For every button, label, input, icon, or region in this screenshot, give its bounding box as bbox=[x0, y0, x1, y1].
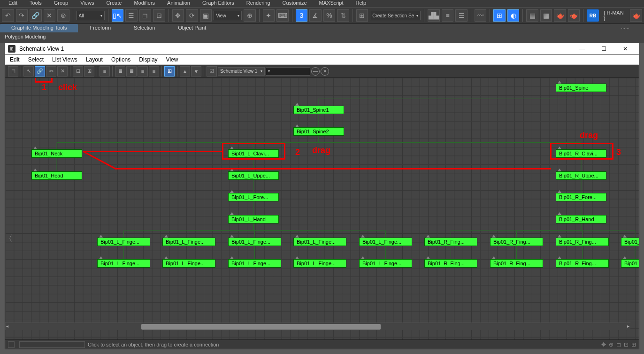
align-bottom-button[interactable]: ≡ bbox=[149, 66, 159, 77]
sv-view-combo[interactable]: Schematic View 1 bbox=[218, 67, 265, 76]
arrange-selected-button[interactable]: ⊞ bbox=[84, 66, 94, 77]
layers-button[interactable]: ☰ bbox=[455, 9, 468, 22]
minimize-button[interactable]: — bbox=[571, 44, 593, 54]
node-lf4a[interactable]: Bip01_L_Finge... bbox=[359, 238, 412, 246]
sv-bookmark-combo[interactable] bbox=[266, 67, 310, 76]
menu-graph editors[interactable]: Graph Editors bbox=[202, 0, 234, 6]
sv-menu-display[interactable]: Display bbox=[139, 56, 157, 63]
align-top-button[interactable]: ≡ bbox=[138, 66, 148, 77]
select-name-button[interactable]: ☰ bbox=[125, 9, 138, 22]
status-name-field[interactable] bbox=[19, 341, 85, 348]
zoom-sel-icon[interactable]: ⊞ bbox=[631, 341, 636, 348]
render-frame-button[interactable]: ▦ bbox=[540, 9, 552, 22]
node-rf3b[interactable]: Bip01_R bbox=[621, 259, 639, 268]
sv-menu-select[interactable]: Select bbox=[28, 56, 44, 63]
ribbon-expand-icon[interactable]: 〰 bbox=[610, 24, 640, 32]
scroll-right-icon[interactable]: ▸ bbox=[627, 323, 629, 329]
arrange-children-button[interactable]: ⊟ bbox=[73, 66, 83, 77]
bookmark-add-button[interactable]: — bbox=[311, 67, 320, 76]
freeform-button[interactable]: ≡ bbox=[100, 66, 110, 77]
zoom-extents-icon[interactable]: ⊡ bbox=[624, 341, 629, 348]
node-lhand[interactable]: Bip01_L_Hand bbox=[228, 215, 279, 223]
node-rhand[interactable]: Bip01_R_Hand bbox=[556, 215, 606, 223]
select-tool-button[interactable]: ↖ bbox=[23, 66, 34, 77]
link-icon[interactable]: 🔗 bbox=[30, 9, 42, 22]
menu-tools[interactable]: Tools bbox=[30, 0, 42, 6]
select-object-button[interactable]: ▯↖ bbox=[112, 9, 124, 22]
rb-badge[interactable]: RB bbox=[587, 9, 598, 22]
sv-menu-layout[interactable]: Layout bbox=[86, 56, 103, 63]
undo-icon[interactable]: ↶ bbox=[2, 9, 14, 22]
align-button[interactable]: ≡ bbox=[442, 9, 454, 22]
curve-editor-button[interactable]: 〰 bbox=[475, 9, 487, 22]
menu-views[interactable]: Views bbox=[80, 0, 94, 6]
scrollbar-thumb[interactable] bbox=[141, 324, 381, 330]
zoom-icon[interactable]: ⊕ bbox=[609, 341, 613, 348]
menu-rendering[interactable]: Rendering bbox=[246, 0, 270, 6]
prefs-button[interactable]: ☑ bbox=[207, 66, 217, 77]
node-rf1a[interactable]: Bip01_R_Fing... bbox=[490, 238, 543, 246]
sv-menu-view[interactable]: View bbox=[166, 56, 178, 63]
window-crossing-button[interactable]: ⊡ bbox=[153, 9, 165, 22]
node-lf2a[interactable]: Bip01_L_Finge... bbox=[228, 238, 281, 246]
node-rf0b[interactable]: Bip01_R_Fing... bbox=[424, 259, 477, 268]
menu-animation[interactable]: Animation bbox=[167, 0, 190, 6]
left-chevron-icon[interactable]: 〈 bbox=[5, 233, 13, 244]
display-float-button[interactable]: ◻ bbox=[8, 66, 18, 77]
node-spine2[interactable]: Bip01_Spine2 bbox=[293, 127, 344, 136]
menu-maxscript[interactable]: MAXScript bbox=[319, 0, 344, 6]
pan-icon[interactable]: ✥ bbox=[601, 341, 606, 348]
teapot-icon[interactable]: 🫖 bbox=[630, 9, 642, 22]
scroll-left-icon[interactable]: ◂ bbox=[6, 323, 8, 329]
menu-help[interactable]: Help bbox=[356, 0, 367, 6]
redo-icon[interactable]: ↷ bbox=[16, 9, 28, 22]
selection-filter-combo[interactable]: All bbox=[77, 11, 105, 20]
ref-coord-combo[interactable]: View bbox=[214, 11, 242, 20]
node-rupper[interactable]: Bip01_R_Uppe... bbox=[556, 171, 606, 180]
ribbon-tab-selection[interactable]: Selection bbox=[123, 24, 166, 32]
close-button[interactable]: ✕ bbox=[614, 44, 636, 54]
node-head[interactable]: Bip01_Head bbox=[31, 171, 82, 180]
node-rf2a[interactable]: Bip01_R_Fing... bbox=[556, 238, 609, 246]
window-titlebar[interactable]: ⊞ Schematic View 1 — ☐ ✕ bbox=[5, 43, 639, 54]
align-right-button[interactable]: ≣ bbox=[126, 66, 137, 77]
move-button[interactable]: ✥ bbox=[172, 9, 184, 22]
collapse-down-button[interactable]: ▼ bbox=[191, 66, 201, 77]
unlink-icon[interactable]: ✕ bbox=[44, 9, 56, 22]
collapse-up-button[interactable]: ▲ bbox=[180, 66, 190, 77]
node-lf3a[interactable]: Bip01_L_Finge... bbox=[293, 238, 346, 246]
node-rf0a[interactable]: Bip01_R_Fing... bbox=[424, 238, 477, 246]
zoom-region-icon[interactable]: ◻ bbox=[616, 341, 621, 348]
node-rf3a[interactable]: Bip01_R bbox=[621, 238, 639, 246]
node-lf0a[interactable]: Bip01_L_Finge... bbox=[97, 238, 150, 246]
node-lclav[interactable]: Bip01_L_Clavi... bbox=[228, 149, 279, 158]
delete-button[interactable]: ✕ bbox=[57, 66, 68, 77]
expand-button[interactable]: ⊞ bbox=[164, 66, 175, 77]
material-editor-button[interactable]: ◐ bbox=[507, 9, 520, 22]
bookmark-del-button[interactable]: ✕ bbox=[321, 67, 329, 76]
node-lf3b[interactable]: Bip01_L_Finge... bbox=[293, 259, 346, 268]
node-rf2b[interactable]: Bip01_R_Fing... bbox=[556, 259, 609, 268]
node-lfore[interactable]: Bip01_L_Fore... bbox=[228, 193, 279, 201]
menu-group[interactable]: Group bbox=[54, 0, 69, 6]
node-rfore[interactable]: Bip01_R_Fore... bbox=[556, 193, 606, 201]
edit-sel-button[interactable]: ⊞ bbox=[356, 9, 368, 22]
menu-customize[interactable]: Customize bbox=[283, 0, 307, 6]
node-spine1[interactable]: Bip01_Spine1 bbox=[293, 106, 344, 114]
maximize-button[interactable]: ☐ bbox=[593, 44, 614, 54]
node-lf1a[interactable]: Bip01_L_Finge... bbox=[162, 238, 215, 246]
bind-icon[interactable]: ⊜ bbox=[57, 9, 69, 22]
menu-create[interactable]: Create bbox=[106, 0, 122, 6]
spinner-snap-button[interactable]: ⇅ bbox=[337, 9, 349, 22]
select-manip-button[interactable]: ✦ bbox=[263, 9, 275, 22]
node-rf1b[interactable]: Bip01_R_Fing... bbox=[490, 259, 543, 268]
align-left-button[interactable]: ≣ bbox=[115, 66, 125, 77]
schematic-view-button[interactable]: ⊞ bbox=[493, 9, 506, 22]
ribbon-tab-freeform[interactable]: Freeform bbox=[78, 24, 122, 32]
node-lf4b[interactable]: Bip01_L_Finge... bbox=[359, 259, 412, 268]
unlink-tool-button[interactable]: ✂ bbox=[46, 66, 56, 77]
rotate-button[interactable]: ⟳ bbox=[186, 9, 198, 22]
render-button[interactable]: 🫖 bbox=[554, 9, 566, 22]
ribbon-panel-label[interactable]: Polygon Modeling bbox=[0, 32, 50, 41]
sv-canvas[interactable]: Bip01_SpineBip01_Spine1Bip01_Spine2Bip01… bbox=[5, 78, 639, 339]
